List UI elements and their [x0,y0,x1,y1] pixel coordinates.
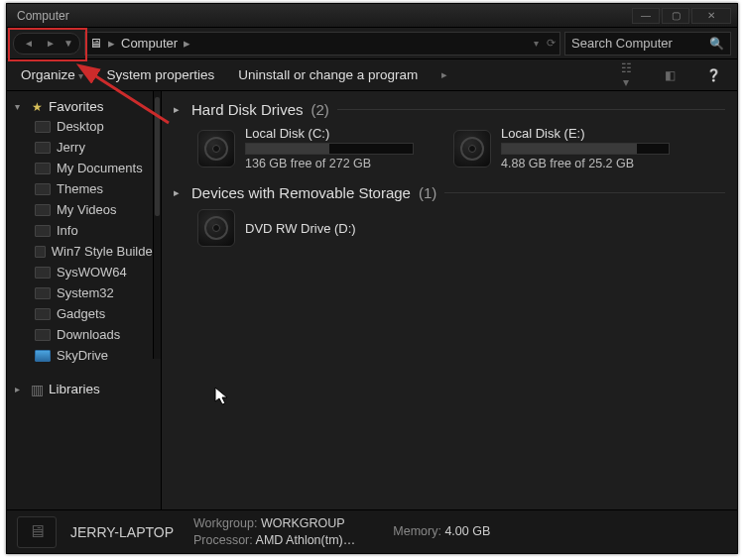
status-workgroup-processor: Workgroup: WORKGROUP Processor: AMD Athl… [193,515,355,548]
drive-name: Local Disk (E:) [501,126,670,141]
scrollbar-thumb[interactable] [155,97,160,216]
folder-icon [35,308,51,320]
sidebar-item[interactable]: My Documents [7,158,161,178]
drive-free-text: 4.88 GB free of 25.2 GB [501,157,670,170]
preview-pane-icon[interactable]: ◧ [660,68,680,82]
drive-name: Local Disk (C:) [245,126,414,141]
back-button[interactable]: ◄ [18,36,40,52]
forward-button[interactable]: ► [40,36,62,52]
nav-history-dropdown[interactable]: ▼ [62,36,75,52]
drive-item-dvd[interactable]: DVD RW Drive (D:) [197,209,725,247]
sidebar-item[interactable]: Gadgets [7,303,161,324]
toolbar: Organize System properties Uninstall or … [7,59,737,91]
window-title: Computer [17,9,632,23]
organize-menu[interactable]: Organize [21,67,83,82]
content-pane: ▸ Hard Disk Drives (2) Local Disk (C:) 1… [162,91,737,509]
drive-space-bar [245,143,414,155]
sidebar-item-label: Desktop [57,119,104,134]
expand-icon[interactable]: ▸ [15,384,25,394]
sidebar-group-header[interactable]: ▸ ▥ Libraries [7,380,161,398]
sidebar-item-label: My Videos [57,202,116,217]
sidebar-item-label: Themes [57,181,103,196]
system-properties-button[interactable]: System properties [107,67,215,82]
computer-name: JERRY-LAPTOP [70,524,174,540]
sidebar-group-libraries: ▸ ▥ Libraries [7,380,161,398]
category-count: (2) [311,101,329,118]
sidebar-group-label: Libraries [49,382,100,396]
sidebar-item[interactable]: My Videos [7,199,161,220]
sidebar-item[interactable]: Downloads [7,324,161,345]
folder-icon [35,163,51,174]
explorer-window: Computer — ▢ ✕ ◄ ► ▼ 🖥 ▸ Computer ▸ ▾ ⟳ … [6,3,738,554]
status-memory: Memory: 4.00 GB [393,523,490,539]
status-bar: 🖥 JERRY-LAPTOP Workgroup: WORKGROUP Proc… [7,509,737,553]
drive-item-e[interactable]: Local Disk (E:) 4.88 GB free of 25.2 GB [453,126,670,170]
refresh-icon[interactable]: ⟳ [547,37,556,50]
drive-item-c[interactable]: Local Disk (C:) 136 GB free of 272 GB [197,126,414,170]
breadcrumb-separator-icon: ▸ [108,36,115,51]
sidebar-item-label: System32 [57,285,114,300]
sidebar-group-favorites: ▾ ★ Favorites Desktop Jerry My Documents… [7,97,161,366]
folder-icon [35,121,51,133]
category-title: Hard Disk Drives [191,101,304,118]
breadcrumb-separator-icon: ▸ [184,36,190,51]
uninstall-program-button[interactable]: Uninstall or change a program [238,67,418,82]
sidebar: ▾ ★ Favorites Desktop Jerry My Documents… [7,91,162,509]
help-icon[interactable]: ❔ [703,68,723,82]
divider [337,109,725,110]
sidebar-item[interactable]: SysWOW64 [7,262,161,282]
computer-icon: 🖥 [17,516,57,548]
collapse-icon[interactable]: ▾ [15,101,25,112]
sidebar-item-label: Win7 Style Builder [52,244,157,259]
sidebar-item[interactable]: System32 [7,282,161,303]
folder-icon [35,267,51,279]
sidebar-item-label: My Documents [57,161,143,175]
search-input[interactable]: Search Computer 🔍 [564,32,731,56]
sidebar-group-header[interactable]: ▾ ★ Favorites [7,97,161,116]
breadcrumb-item[interactable]: Computer [121,36,178,51]
toolbar-overflow-icon[interactable]: ▸ [441,68,447,81]
sidebar-item-label: Info [57,223,78,238]
folder-icon [35,287,51,299]
nav-row: ◄ ► ▼ 🖥 ▸ Computer ▸ ▾ ⟳ Search Computer… [7,28,737,59]
sidebar-group-label: Favorites [49,99,104,114]
sidebar-item[interactable]: Win7 Style Builder [7,241,161,262]
view-options-icon[interactable]: ☷ ▾ [616,61,636,89]
folder-icon [35,142,51,154]
folder-icon [35,225,51,237]
drive-used-fill [246,144,329,154]
address-dropdown-icon[interactable]: ▾ [534,38,539,49]
removable-drives: DVD RW Drive (D:) [174,209,725,247]
skydrive-icon [35,350,51,362]
folder-icon [35,246,46,258]
sidebar-item-label: SysWOW64 [57,265,127,280]
category-header-removable[interactable]: ▸ Devices with Removable Storage (1) [174,184,725,201]
sidebar-item[interactable]: Desktop [7,116,161,137]
drive-name: DVD RW Drive (D:) [245,221,356,236]
category-header-hdd[interactable]: ▸ Hard Disk Drives (2) [174,101,725,118]
libraries-icon: ▥ [29,383,45,396]
hard-disk-icon [197,130,235,168]
window-controls: — ▢ ✕ [632,8,731,24]
minimize-button[interactable]: — [632,8,660,24]
maximize-button[interactable]: ▢ [662,8,689,24]
collapse-icon[interactable]: ▸ [174,103,184,116]
dvd-drive-icon [197,209,235,247]
sidebar-item[interactable]: Jerry [7,137,161,158]
sidebar-item[interactable]: Themes [7,178,161,199]
nav-buttons-group: ◄ ► ▼ [13,33,80,55]
close-button[interactable]: ✕ [691,8,731,24]
sidebar-scrollbar[interactable] [153,91,161,359]
computer-icon: 🖥 [89,36,102,51]
drive-used-fill [502,144,637,154]
favorites-icon: ★ [29,100,45,114]
collapse-icon[interactable]: ▸ [174,186,184,199]
category-title: Devices with Removable Storage [191,184,411,201]
folder-icon [35,329,51,341]
sidebar-item-label: Jerry [57,140,85,155]
sidebar-item[interactable]: Info [7,220,161,241]
titlebar[interactable]: Computer — ▢ ✕ [7,4,737,28]
category-count: (1) [419,184,436,201]
address-bar[interactable]: 🖥 ▸ Computer ▸ ▾ ⟳ [84,32,560,56]
sidebar-item-skydrive[interactable]: SkyDrive [7,345,161,366]
